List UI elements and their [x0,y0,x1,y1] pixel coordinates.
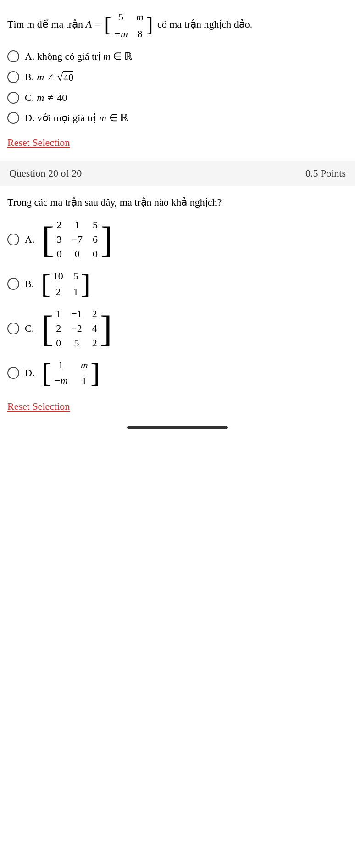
option-c-item: C. m ≠ 40 [7,92,348,104]
option-a-radio[interactable] [7,50,19,62]
q19-suffix: có ma trận nghịch đảo. [157,18,252,30]
bracket-right-q20d: ] [91,359,100,387]
q20-option-b-item: B. [ 10 5 2 1 ] [7,269,348,299]
q20-option-a-item: A. [ 2 1 5 3 −7 6 0 0 0 ] [7,218,348,261]
option-c-label: C. m ≠ 40 [25,92,67,104]
q20-option-d-label: D. [ 1 m −m 1 ] [25,358,102,388]
option-b-item: B. m ≠ √ 40 [7,71,348,83]
bracket-left-q20a: [ [42,221,54,258]
matrix-a-cells: 5 m −m 8 [111,8,146,42]
matrix-a-inline: [ 5 m −m 8 ] [104,8,153,42]
q20-option-d-item: D. [ 1 m −m 1 ] [7,358,348,388]
option-c-radio[interactable] [7,92,19,104]
q20-option-c-item: C. [ 1 −1 2 2 −2 4 0 5 2 ] [7,307,348,350]
reset-selection-q20[interactable]: Reset Selection [7,401,70,412]
q20-matrix-b-cells: 10 5 2 1 [50,269,81,299]
q20-matrix-d-cells: 1 m −m 1 [51,358,91,388]
question-19-block: Tìm m để ma trận A = [ 5 m −m 8 ] có ma … [0,0,355,161]
scrollbar-area [0,424,355,431]
sqrt-40: √ 40 [57,71,73,83]
q20-matrix-d: [ 1 m −m 1 ] [42,358,100,388]
q20-option-b-radio[interactable] [7,278,19,290]
q20-matrix-c-cells: 1 −1 2 2 −2 4 0 5 2 [53,307,100,350]
q20-option-a-radio[interactable] [7,234,19,245]
option-d-item: D. với mọi giá trị m ∈ ℝ [7,112,348,124]
q20-option-c-radio[interactable] [7,323,19,334]
q20-number: Question 20 of 20 [9,167,82,179]
q20-matrix-c: [ 1 −1 2 2 −2 4 0 5 2 ] [41,307,112,350]
cell-1-1: 8 [136,26,144,41]
question-20-text: Trong các ma trận sau đây, ma trận nào k… [7,195,348,210]
bracket-left-q20b: [ [41,270,50,298]
q20-intro: Trong các ma trận sau đây, ma trận nào k… [7,196,222,208]
option-d-label: D. với mọi giá trị m ∈ ℝ [25,112,128,124]
option-a-item: A. không có giá trị m ∈ ℝ [7,50,348,62]
cell-1-0: −m [114,26,128,41]
q20-option-a-label: A. [ 2 1 5 3 −7 6 0 0 0 ] [25,218,115,261]
q20-option-c-label: C. [ 1 −1 2 2 −2 4 0 5 2 ] [25,307,114,350]
bracket-right-q20c: ] [100,310,112,347]
q20-points: 0.5 Points [305,167,346,179]
bracket-right-q20a: ] [100,221,113,258]
q20-option-b-label: B. [ 10 5 2 1 ] [25,269,92,299]
q20-options-list: A. [ 2 1 5 3 −7 6 0 0 0 ] [7,218,348,388]
q20-option-d-radio[interactable] [7,367,19,379]
reset-selection-q19[interactable]: Reset Selection [7,137,70,149]
bracket-left-q19: [ [104,15,111,35]
q20-matrix-a-cells: 2 1 5 3 −7 6 0 0 0 [54,218,100,261]
question-20-meta: Question 20 of 20 0.5 Points [0,161,355,186]
q19-options-list: A. không có giá trị m ∈ ℝ B. m ≠ √ 40 C.… [7,50,348,124]
bracket-right-q19: ] [146,15,153,35]
option-d-radio[interactable] [7,112,19,124]
scrollbar-indicator [127,426,228,429]
q19-intro: Tìm m để ma trận A = [7,18,102,30]
bracket-right-q20b: ] [81,270,90,298]
option-b-radio[interactable] [7,71,19,83]
question-20-block: Trong các ma trận sau đây, ma trận nào k… [0,186,355,424]
cell-0-0: 5 [114,9,128,24]
cell-0-1: m [136,9,144,24]
question-19-text: Tìm m để ma trận A = [ 5 m −m 8 ] có ma … [7,8,348,42]
bracket-left-q20d: [ [42,359,51,387]
bracket-left-q20c: [ [41,310,54,347]
q20-matrix-a: [ 2 1 5 3 −7 6 0 0 0 ] [42,218,113,261]
option-a-label: A. không có giá trị m ∈ ℝ [25,50,132,62]
q20-matrix-b: [ 10 5 2 1 ] [41,269,90,299]
option-b-label: B. m ≠ √ 40 [25,71,73,83]
